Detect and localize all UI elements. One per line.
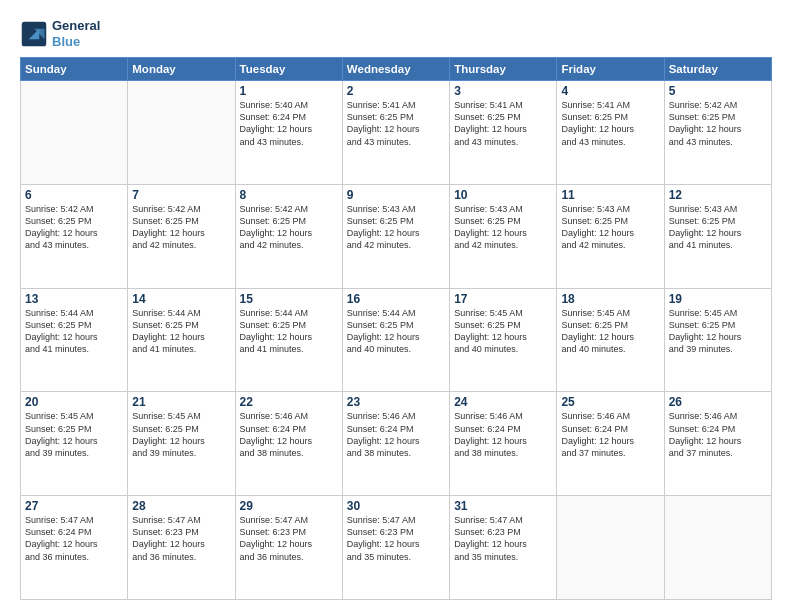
day-info: Sunrise: 5:46 AM Sunset: 6:24 PM Dayligh… xyxy=(669,410,767,459)
day-number: 8 xyxy=(240,188,338,202)
day-number: 28 xyxy=(132,499,230,513)
day-cell: 15Sunrise: 5:44 AM Sunset: 6:25 PM Dayli… xyxy=(235,288,342,392)
weekday-header-monday: Monday xyxy=(128,58,235,81)
weekday-header-sunday: Sunday xyxy=(21,58,128,81)
day-number: 19 xyxy=(669,292,767,306)
day-cell: 17Sunrise: 5:45 AM Sunset: 6:25 PM Dayli… xyxy=(450,288,557,392)
day-info: Sunrise: 5:42 AM Sunset: 6:25 PM Dayligh… xyxy=(669,99,767,148)
day-info: Sunrise: 5:45 AM Sunset: 6:25 PM Dayligh… xyxy=(132,410,230,459)
day-number: 24 xyxy=(454,395,552,409)
day-cell: 16Sunrise: 5:44 AM Sunset: 6:25 PM Dayli… xyxy=(342,288,449,392)
day-number: 1 xyxy=(240,84,338,98)
weekday-header-saturday: Saturday xyxy=(664,58,771,81)
logo-text: General Blue xyxy=(52,18,100,49)
day-cell: 11Sunrise: 5:43 AM Sunset: 6:25 PM Dayli… xyxy=(557,184,664,288)
day-cell: 2Sunrise: 5:41 AM Sunset: 6:25 PM Daylig… xyxy=(342,81,449,185)
day-cell: 7Sunrise: 5:42 AM Sunset: 6:25 PM Daylig… xyxy=(128,184,235,288)
day-number: 22 xyxy=(240,395,338,409)
day-cell: 18Sunrise: 5:45 AM Sunset: 6:25 PM Dayli… xyxy=(557,288,664,392)
day-number: 26 xyxy=(669,395,767,409)
week-row-2: 6Sunrise: 5:42 AM Sunset: 6:25 PM Daylig… xyxy=(21,184,772,288)
day-number: 27 xyxy=(25,499,123,513)
day-number: 25 xyxy=(561,395,659,409)
day-cell: 23Sunrise: 5:46 AM Sunset: 6:24 PM Dayli… xyxy=(342,392,449,496)
day-info: Sunrise: 5:43 AM Sunset: 6:25 PM Dayligh… xyxy=(669,203,767,252)
day-number: 2 xyxy=(347,84,445,98)
page: General Blue SundayMondayTuesdayWednesda… xyxy=(0,0,792,612)
week-row-5: 27Sunrise: 5:47 AM Sunset: 6:24 PM Dayli… xyxy=(21,496,772,600)
day-number: 12 xyxy=(669,188,767,202)
day-number: 21 xyxy=(132,395,230,409)
day-number: 9 xyxy=(347,188,445,202)
day-cell: 26Sunrise: 5:46 AM Sunset: 6:24 PM Dayli… xyxy=(664,392,771,496)
day-number: 20 xyxy=(25,395,123,409)
day-info: Sunrise: 5:42 AM Sunset: 6:25 PM Dayligh… xyxy=(132,203,230,252)
day-cell: 29Sunrise: 5:47 AM Sunset: 6:23 PM Dayli… xyxy=(235,496,342,600)
day-info: Sunrise: 5:41 AM Sunset: 6:25 PM Dayligh… xyxy=(561,99,659,148)
day-number: 31 xyxy=(454,499,552,513)
day-cell: 31Sunrise: 5:47 AM Sunset: 6:23 PM Dayli… xyxy=(450,496,557,600)
day-info: Sunrise: 5:41 AM Sunset: 6:25 PM Dayligh… xyxy=(347,99,445,148)
day-cell xyxy=(664,496,771,600)
day-info: Sunrise: 5:44 AM Sunset: 6:25 PM Dayligh… xyxy=(347,307,445,356)
day-info: Sunrise: 5:45 AM Sunset: 6:25 PM Dayligh… xyxy=(561,307,659,356)
day-cell: 10Sunrise: 5:43 AM Sunset: 6:25 PM Dayli… xyxy=(450,184,557,288)
day-cell: 14Sunrise: 5:44 AM Sunset: 6:25 PM Dayli… xyxy=(128,288,235,392)
day-info: Sunrise: 5:43 AM Sunset: 6:25 PM Dayligh… xyxy=(347,203,445,252)
day-cell: 22Sunrise: 5:46 AM Sunset: 6:24 PM Dayli… xyxy=(235,392,342,496)
day-number: 5 xyxy=(669,84,767,98)
week-row-4: 20Sunrise: 5:45 AM Sunset: 6:25 PM Dayli… xyxy=(21,392,772,496)
day-info: Sunrise: 5:44 AM Sunset: 6:25 PM Dayligh… xyxy=(25,307,123,356)
day-number: 7 xyxy=(132,188,230,202)
day-cell: 30Sunrise: 5:47 AM Sunset: 6:23 PM Dayli… xyxy=(342,496,449,600)
day-info: Sunrise: 5:47 AM Sunset: 6:23 PM Dayligh… xyxy=(240,514,338,563)
day-number: 30 xyxy=(347,499,445,513)
day-cell: 8Sunrise: 5:42 AM Sunset: 6:25 PM Daylig… xyxy=(235,184,342,288)
calendar-table: SundayMondayTuesdayWednesdayThursdayFrid… xyxy=(20,57,772,600)
day-cell: 1Sunrise: 5:40 AM Sunset: 6:24 PM Daylig… xyxy=(235,81,342,185)
day-info: Sunrise: 5:45 AM Sunset: 6:25 PM Dayligh… xyxy=(25,410,123,459)
logo: General Blue xyxy=(20,18,100,49)
day-info: Sunrise: 5:46 AM Sunset: 6:24 PM Dayligh… xyxy=(240,410,338,459)
day-info: Sunrise: 5:43 AM Sunset: 6:25 PM Dayligh… xyxy=(454,203,552,252)
weekday-header-row: SundayMondayTuesdayWednesdayThursdayFrid… xyxy=(21,58,772,81)
weekday-header-thursday: Thursday xyxy=(450,58,557,81)
day-number: 11 xyxy=(561,188,659,202)
week-row-3: 13Sunrise: 5:44 AM Sunset: 6:25 PM Dayli… xyxy=(21,288,772,392)
day-number: 6 xyxy=(25,188,123,202)
day-cell xyxy=(21,81,128,185)
logo-icon xyxy=(20,20,48,48)
day-info: Sunrise: 5:47 AM Sunset: 6:24 PM Dayligh… xyxy=(25,514,123,563)
day-cell: 27Sunrise: 5:47 AM Sunset: 6:24 PM Dayli… xyxy=(21,496,128,600)
day-cell: 19Sunrise: 5:45 AM Sunset: 6:25 PM Dayli… xyxy=(664,288,771,392)
day-info: Sunrise: 5:43 AM Sunset: 6:25 PM Dayligh… xyxy=(561,203,659,252)
day-info: Sunrise: 5:46 AM Sunset: 6:24 PM Dayligh… xyxy=(454,410,552,459)
day-info: Sunrise: 5:47 AM Sunset: 6:23 PM Dayligh… xyxy=(454,514,552,563)
day-cell xyxy=(557,496,664,600)
day-cell: 12Sunrise: 5:43 AM Sunset: 6:25 PM Dayli… xyxy=(664,184,771,288)
day-cell: 5Sunrise: 5:42 AM Sunset: 6:25 PM Daylig… xyxy=(664,81,771,185)
day-number: 17 xyxy=(454,292,552,306)
day-cell: 6Sunrise: 5:42 AM Sunset: 6:25 PM Daylig… xyxy=(21,184,128,288)
day-cell: 3Sunrise: 5:41 AM Sunset: 6:25 PM Daylig… xyxy=(450,81,557,185)
day-number: 16 xyxy=(347,292,445,306)
day-cell: 21Sunrise: 5:45 AM Sunset: 6:25 PM Dayli… xyxy=(128,392,235,496)
day-number: 29 xyxy=(240,499,338,513)
day-number: 18 xyxy=(561,292,659,306)
day-cell: 13Sunrise: 5:44 AM Sunset: 6:25 PM Dayli… xyxy=(21,288,128,392)
day-info: Sunrise: 5:42 AM Sunset: 6:25 PM Dayligh… xyxy=(240,203,338,252)
day-cell: 25Sunrise: 5:46 AM Sunset: 6:24 PM Dayli… xyxy=(557,392,664,496)
day-cell: 20Sunrise: 5:45 AM Sunset: 6:25 PM Dayli… xyxy=(21,392,128,496)
day-info: Sunrise: 5:40 AM Sunset: 6:24 PM Dayligh… xyxy=(240,99,338,148)
day-info: Sunrise: 5:45 AM Sunset: 6:25 PM Dayligh… xyxy=(454,307,552,356)
day-info: Sunrise: 5:44 AM Sunset: 6:25 PM Dayligh… xyxy=(240,307,338,356)
day-info: Sunrise: 5:46 AM Sunset: 6:24 PM Dayligh… xyxy=(347,410,445,459)
day-cell: 9Sunrise: 5:43 AM Sunset: 6:25 PM Daylig… xyxy=(342,184,449,288)
day-info: Sunrise: 5:41 AM Sunset: 6:25 PM Dayligh… xyxy=(454,99,552,148)
day-cell: 4Sunrise: 5:41 AM Sunset: 6:25 PM Daylig… xyxy=(557,81,664,185)
day-number: 14 xyxy=(132,292,230,306)
day-number: 10 xyxy=(454,188,552,202)
day-number: 3 xyxy=(454,84,552,98)
day-cell xyxy=(128,81,235,185)
header: General Blue xyxy=(20,18,772,49)
